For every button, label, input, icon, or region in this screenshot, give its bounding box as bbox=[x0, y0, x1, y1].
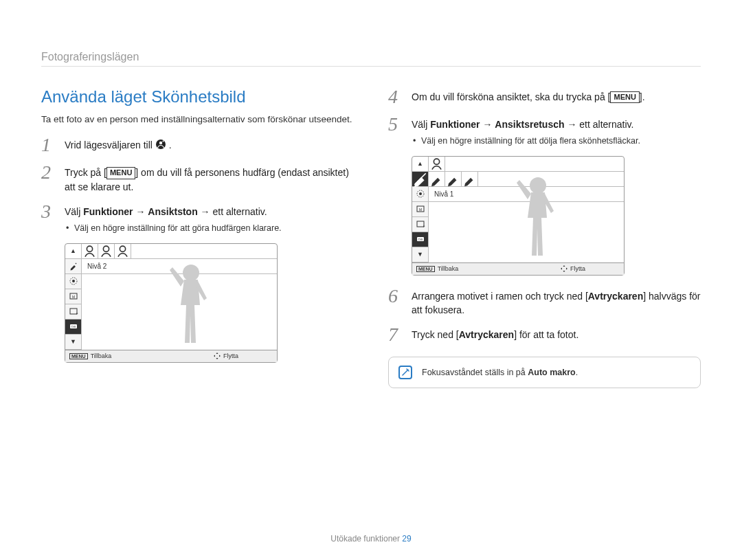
menu-button-label: MENU bbox=[610, 91, 639, 103]
step-text: ett alternativ. bbox=[212, 206, 267, 217]
retouch-icon-2 bbox=[445, 172, 462, 186]
note-box: Fokusavståndet ställs in på Auto makro. bbox=[388, 357, 701, 388]
page-number: 29 bbox=[402, 534, 411, 544]
dpad-icon bbox=[561, 265, 567, 272]
step-text: Om du vill försköna ansiktet, ska du try… bbox=[412, 91, 610, 102]
svg-point-2 bbox=[87, 246, 92, 251]
arrow: → bbox=[198, 206, 213, 217]
retouch-icon-3 bbox=[462, 172, 478, 186]
arrow: → bbox=[480, 119, 495, 130]
step-bold: Funktioner bbox=[83, 206, 133, 217]
intro-text: Ta ett foto av en person med inställning… bbox=[41, 113, 354, 126]
step-text: Välj bbox=[412, 119, 430, 130]
step-text: . bbox=[169, 139, 172, 150]
footer-move: Flytta bbox=[570, 265, 585, 272]
niva-indicator bbox=[412, 187, 428, 202]
step-text: Välj bbox=[65, 206, 83, 217]
step-4: 4 Om du vill försköna ansiktet, ska du t… bbox=[388, 87, 701, 107]
arrow: → bbox=[565, 119, 580, 130]
step-text: Vrid lägesväljaren till bbox=[65, 139, 155, 150]
step-text: ] för att ta fotot. bbox=[514, 329, 578, 340]
svg-point-24 bbox=[530, 177, 546, 194]
step-bold: Avtryckaren bbox=[459, 329, 514, 340]
step-number: 2 bbox=[41, 163, 56, 182]
step-text: Tryck på [ bbox=[65, 167, 106, 178]
dpad-icon bbox=[214, 352, 221, 359]
scroll-down-icon: ▼ bbox=[412, 247, 428, 262]
face-icon-1 bbox=[82, 244, 98, 258]
step-number: 6 bbox=[388, 287, 403, 306]
niva-indicator bbox=[65, 274, 81, 289]
face-icon-1 bbox=[429, 157, 445, 171]
footer-move: Flytta bbox=[223, 352, 238, 359]
svg-point-6 bbox=[72, 280, 75, 282]
svg-text:F: F bbox=[423, 225, 425, 228]
footer-menu-label: MENU bbox=[69, 353, 88, 359]
footer-section: Utökade funktioner bbox=[330, 534, 400, 544]
note-bold: Auto makro bbox=[528, 368, 575, 377]
step-5: 5 Välj Funktioner → Ansiktsretusch → ett… bbox=[388, 115, 701, 148]
step-3: 3 Välj Funktioner → Ansiktston → ett alt… bbox=[41, 202, 354, 235]
scroll-down-icon: ▼ bbox=[65, 335, 81, 350]
retouch-icon bbox=[65, 259, 81, 274]
svg-point-13 bbox=[183, 265, 199, 281]
svg-text:M: M bbox=[418, 208, 421, 212]
note-icon bbox=[398, 366, 412, 379]
retouch-icon-off bbox=[412, 172, 429, 186]
svg-point-14 bbox=[434, 159, 439, 164]
scroll-up-icon: ▲ bbox=[412, 157, 429, 171]
camera-screenshot-left: ▲ bbox=[65, 243, 278, 363]
step-bold: Avtryckaren bbox=[588, 291, 643, 302]
footer-back: Tillbaka bbox=[438, 265, 459, 272]
footer-menu-label: MENU bbox=[416, 266, 435, 272]
ois-icon: OIS bbox=[65, 320, 81, 335]
page-footer: Utökade funktioner 29 bbox=[0, 534, 742, 544]
niva-label: Nivå 1 bbox=[429, 187, 453, 201]
step-text: Arrangera motivet i ramen och tryck ned … bbox=[412, 291, 588, 302]
svg-point-1 bbox=[159, 142, 162, 144]
note-text: Fokusavståndet ställs in på bbox=[422, 368, 528, 377]
child-silhouette bbox=[507, 180, 569, 262]
camera-screenshot-right: ▲ bbox=[412, 156, 625, 276]
step-2: 2 Tryck på [MENU] om du vill få personen… bbox=[41, 163, 354, 194]
quality-icon: F bbox=[412, 217, 428, 232]
step-number: 4 bbox=[388, 87, 403, 107]
left-column: Använda läget Skönhetsbild Ta ett foto a… bbox=[41, 87, 354, 388]
step-bold: Ansiktston bbox=[148, 206, 197, 217]
arrow: → bbox=[133, 206, 148, 217]
step-bold: Funktioner bbox=[430, 119, 480, 130]
step-bullet: Välj en högre inställning för att dölja … bbox=[412, 135, 701, 148]
menu-button-label: MENU bbox=[106, 167, 135, 179]
svg-text:M: M bbox=[71, 295, 74, 299]
scroll-up-icon: ▲ bbox=[65, 244, 82, 258]
step-number: 3 bbox=[41, 202, 56, 221]
ois-icon: OIS bbox=[412, 232, 428, 247]
niva-label: Nivå 2 bbox=[82, 259, 106, 273]
step-text: ett alternativ. bbox=[579, 119, 633, 130]
step-7: 7 Tryck ned [Avtryckaren] för att ta fot… bbox=[388, 325, 701, 344]
svg-point-4 bbox=[120, 246, 125, 251]
step-number: 1 bbox=[41, 135, 56, 155]
step-6: 6 Arrangera motivet i ramen och tryck ne… bbox=[388, 287, 701, 317]
quality-icon: F bbox=[65, 304, 81, 320]
step-text: Tryck ned [ bbox=[412, 329, 459, 340]
svg-point-17 bbox=[419, 192, 422, 195]
child-silhouette bbox=[160, 267, 222, 350]
step-bold: Ansiktsretusch bbox=[495, 119, 564, 130]
step-bullet: Välj en högre inställning för att göra h… bbox=[65, 223, 354, 235]
right-column: 4 Om du vill försköna ansiktet, ska du t… bbox=[388, 87, 701, 388]
svg-point-3 bbox=[103, 246, 109, 251]
svg-text:F: F bbox=[76, 312, 78, 315]
step-number: 5 bbox=[388, 115, 403, 134]
note-text: . bbox=[576, 368, 578, 377]
retouch-icon-1 bbox=[429, 172, 445, 186]
svg-text:OIS: OIS bbox=[418, 238, 423, 241]
image-size-icon: M bbox=[412, 202, 428, 217]
breadcrumb: Fotograferingslägen bbox=[41, 51, 701, 67]
footer-back: Tillbaka bbox=[91, 352, 112, 359]
face-icon-2 bbox=[98, 244, 115, 258]
svg-text:OIS: OIS bbox=[71, 325, 76, 328]
step-number: 7 bbox=[388, 325, 403, 344]
page-title: Använda läget Skönhetsbild bbox=[41, 87, 354, 107]
step-1: 1 Vrid lägesväljaren till . bbox=[41, 135, 354, 155]
